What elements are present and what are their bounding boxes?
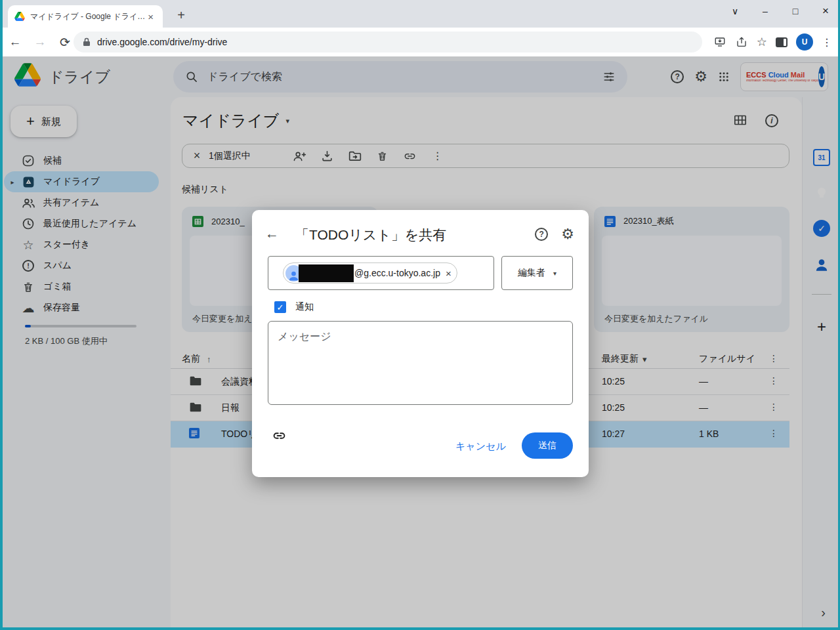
drive-page: ドライブ ドライブで検索 ? ⚙ ECCS Cloud Mail — [0, 56, 840, 627]
browser-window: マイドライブ - Google ドライブ × + ∨ – □ × ← → ⟳ d… — [0, 0, 840, 630]
browser-actions: ☆ U ⋮ — [713, 28, 832, 56]
drive-favicon — [14, 12, 25, 21]
recipient-email-domain: @g.ecc.u-tokyo.ac.jp — [354, 268, 440, 278]
install-icon[interactable] — [713, 36, 726, 48]
tab-search-icon[interactable]: ∨ — [726, 6, 744, 16]
minimize-button[interactable]: – — [756, 6, 774, 16]
bookmark-star-icon[interactable]: ☆ — [757, 35, 767, 49]
redacted-username — [299, 264, 354, 282]
browser-toolbar: ← → ⟳ drive.google.com/drive/my-drive ☆ … — [0, 28, 840, 56]
lock-icon — [83, 37, 91, 47]
new-tab-button[interactable]: + — [172, 7, 190, 25]
maximize-button[interactable]: □ — [786, 6, 805, 16]
tab-strip: マイドライブ - Google ドライブ × + ∨ – □ × — [0, 0, 840, 28]
side-panel-icon[interactable] — [776, 37, 788, 47]
browser-tab[interactable]: マイドライブ - Google ドライブ × — [8, 5, 163, 28]
send-button[interactable]: 送信 — [522, 432, 573, 459]
reload-icon[interactable]: ⟳ — [55, 35, 75, 50]
role-dropdown-icon: ▾ — [553, 270, 556, 277]
back-icon[interactable]: ← — [5, 35, 25, 49]
cancel-button[interactable]: キャンセル — [455, 440, 506, 453]
notify-checkbox[interactable]: ✓ — [274, 301, 286, 313]
share-icon[interactable] — [735, 36, 748, 48]
browser-menu-icon[interactable]: ⋮ — [822, 36, 832, 49]
role-select[interactable]: 編集者 ▾ — [501, 256, 573, 290]
dialog-back-icon[interactable]: ← — [265, 226, 279, 242]
window-controls: ∨ – □ × — [726, 0, 835, 22]
message-textarea[interactable] — [268, 321, 573, 405]
remove-recipient-icon[interactable]: × — [446, 268, 452, 279]
browser-profile-avatar[interactable]: U — [796, 33, 813, 51]
recipient-chip[interactable]: @g.ecc.u-tokyo.ac.jp × — [283, 262, 457, 284]
tab-title: マイドライブ - Google ドライブ — [30, 11, 145, 22]
share-dialog: ← 「TODOリスト」を共有 ? ⚙ @g.ecc.u-tokyo.ac.jp … — [252, 210, 589, 477]
dialog-settings-icon[interactable]: ⚙ — [561, 227, 574, 242]
recipient-input[interactable]: @g.ecc.u-tokyo.ac.jp × — [268, 256, 494, 290]
dialog-help-icon[interactable]: ? — [535, 228, 548, 241]
copy-link-icon[interactable] — [272, 429, 287, 442]
address-bar[interactable]: drive.google.com/drive/my-drive — [74, 32, 702, 52]
notify-label: 通知 — [295, 301, 314, 313]
dialog-title: 「TODOリスト」を共有 — [295, 226, 446, 244]
url-text: drive.google.com/drive/my-drive — [97, 37, 227, 47]
forward-icon[interactable]: → — [30, 35, 50, 49]
tab-close-icon[interactable]: × — [145, 11, 156, 22]
close-window-button[interactable]: × — [816, 5, 835, 18]
